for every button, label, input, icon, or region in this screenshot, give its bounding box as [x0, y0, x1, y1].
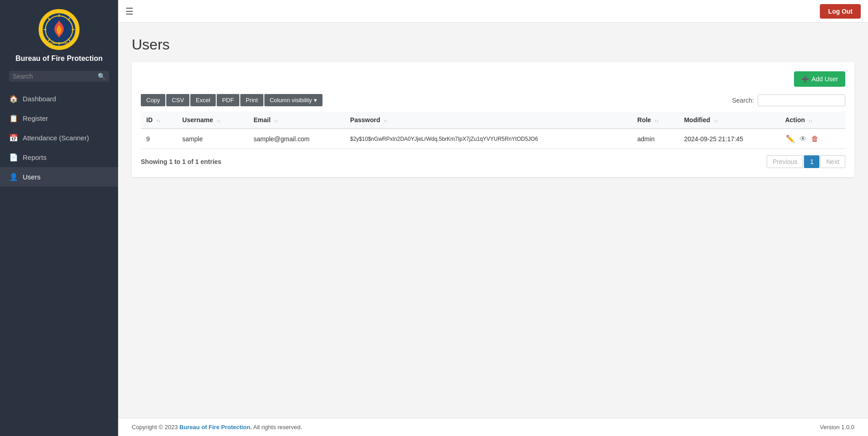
version-number: 1.0.0: [841, 424, 854, 431]
cell-action: ✏️ 👁 🗑: [779, 129, 845, 149]
column-visibility-button[interactable]: Column visibility ▾: [264, 94, 322, 106]
topbar: ☰ Log Out: [118, 0, 868, 23]
search-label: Search:: [732, 97, 754, 104]
to-value: 1: [182, 158, 186, 165]
svg-text:BUREAU OF FIRE: BUREAU OF FIRE: [50, 42, 69, 45]
excel-button[interactable]: Excel: [190, 94, 216, 106]
column-visibility-label: Column visibility: [270, 97, 312, 104]
table-row: 9 sample sample@gmail.com $2y$10$nGwRPxI…: [141, 129, 845, 149]
table-search-area: Search:: [732, 94, 845, 106]
card-toolbar: ➕ Add User: [141, 71, 845, 87]
edit-button[interactable]: ✏️: [785, 134, 796, 144]
cell-id: 9: [141, 129, 177, 149]
sort-role[interactable]: ↑↓: [655, 119, 659, 123]
sort-id[interactable]: ↑↓: [156, 119, 160, 123]
users-table: ID ↑↓ Username ↑↓ Email ↑↓ Password: [141, 112, 845, 149]
previous-button[interactable]: Previous: [767, 155, 803, 168]
col-email: Email ↑↓: [248, 112, 345, 129]
add-user-button[interactable]: ➕ Add User: [794, 71, 845, 87]
sidebar-label-reports: Reports: [23, 154, 47, 161]
sidebar-item-register[interactable]: 📋 Register: [0, 109, 118, 128]
page-content: Users ➕ Add User Copy CSV Excel PDF Prin…: [118, 23, 868, 418]
org-name: Bureau of Fire Protection: [11, 54, 107, 63]
logout-button[interactable]: Log Out: [820, 4, 861, 19]
footer-right: Version 1.0.0: [820, 424, 854, 431]
dt-buttons: Copy CSV Excel PDF Print Column visibili…: [141, 94, 322, 106]
sidebar-label-register: Register: [23, 114, 48, 122]
cell-email: sample@gmail.com: [248, 129, 345, 149]
sidebar-search-box: 🔍: [9, 71, 109, 82]
reports-icon: 📄: [9, 153, 18, 162]
table-search-input[interactable]: [758, 94, 845, 106]
users-card: ➕ Add User Copy CSV Excel PDF Print Colu…: [132, 62, 854, 177]
sidebar-item-users[interactable]: 👤 Users: [0, 167, 118, 187]
footer: Copyright © 2023 Bureau of Fire Protecti…: [118, 418, 868, 436]
hamburger-button[interactable]: ☰: [125, 6, 134, 17]
entries-word: entries: [201, 158, 222, 165]
showing-text: Showing: [141, 158, 167, 165]
pagination-row: Showing 1 to 1 of 1 entries Previous 1 N…: [141, 155, 845, 168]
table-controls: Copy CSV Excel PDF Print Column visibili…: [141, 94, 845, 106]
sidebar-item-dashboard[interactable]: 🏠 Dashboard: [0, 89, 118, 109]
next-button[interactable]: Next: [820, 155, 845, 168]
table-body: 9 sample sample@gmail.com $2y$10$nGwRPxI…: [141, 129, 845, 149]
to-text: to: [174, 158, 182, 165]
sort-modified[interactable]: ↑↓: [714, 119, 718, 123]
from-value: 1: [169, 158, 173, 165]
footer-left: Copyright © 2023 Bureau of Fire Protecti…: [132, 424, 302, 431]
copy-button[interactable]: Copy: [141, 94, 165, 106]
pagination: Previous 1 Next: [767, 155, 845, 168]
print-button[interactable]: Print: [240, 94, 263, 106]
sort-password[interactable]: ↑↓: [384, 119, 388, 123]
cell-password: $2y$10$nGwRPxIn2DA0YJjeLrWdq.5brKm7IpX7j…: [345, 129, 632, 149]
footer-rights: All rights reserved.: [253, 424, 303, 431]
col-username: Username ↑↓: [177, 112, 248, 129]
search-button[interactable]: 🔍: [98, 73, 105, 80]
footer-brand: Bureau of Fire Protection.: [179, 424, 252, 431]
sidebar-item-attendance[interactable]: 📅 Attendance (Scanner): [0, 128, 118, 148]
register-icon: 📋: [9, 114, 18, 123]
users-icon: 👤: [9, 173, 18, 181]
table-header: ID ↑↓ Username ↑↓ Email ↑↓ Password: [141, 112, 845, 129]
sidebar-logo: BUREAU OF FIRE: [39, 9, 79, 50]
col-action: Action ↑↓: [779, 112, 845, 129]
dashboard-icon: 🏠: [9, 94, 18, 103]
view-button[interactable]: 👁: [799, 134, 808, 144]
attendance-icon: 📅: [9, 134, 18, 142]
copyright-text: Copyright © 2023: [132, 424, 178, 431]
of-text: of: [188, 158, 195, 165]
col-modified: Modified ↑↓: [679, 112, 780, 129]
search-input[interactable]: [13, 73, 98, 80]
sidebar-label-attendance: Attendance (Scanner): [23, 134, 89, 142]
col-password: Password ↑↓: [345, 112, 632, 129]
cell-modified: 2024-09-25 21:17:45: [679, 129, 780, 149]
col-role: Role ↑↓: [632, 112, 679, 129]
entries-info: Showing 1 to 1 of 1 entries: [141, 158, 221, 165]
total-value: 1: [195, 158, 199, 165]
sidebar-item-reports[interactable]: 📄 Reports: [0, 148, 118, 167]
page-title: Users: [132, 36, 854, 53]
add-icon: ➕: [801, 75, 809, 83]
add-user-label: Add User: [812, 75, 838, 83]
sort-action[interactable]: ↑↓: [808, 119, 813, 123]
delete-button[interactable]: 🗑: [810, 134, 819, 144]
sidebar: BUREAU OF FIRE Bureau of Fire Protection…: [0, 0, 118, 436]
dropdown-icon: ▾: [314, 97, 317, 104]
csv-button[interactable]: CSV: [166, 94, 189, 106]
page-1-button[interactable]: 1: [804, 155, 819, 168]
sidebar-nav: 🏠 Dashboard 📋 Register 📅 Attendance (Sca…: [0, 89, 118, 187]
sidebar-label-users: Users: [23, 173, 40, 181]
sort-email[interactable]: ↑↓: [274, 119, 278, 123]
col-id: ID ↑↓: [141, 112, 177, 129]
sort-username[interactable]: ↑↓: [217, 119, 221, 123]
sidebar-label-dashboard: Dashboard: [23, 95, 56, 103]
cell-username: sample: [177, 129, 248, 149]
version-label: Version: [820, 424, 839, 431]
main-content: ☰ Log Out Users ➕ Add User Copy CSV Exce…: [118, 0, 868, 436]
pdf-button[interactable]: PDF: [217, 94, 239, 106]
cell-role: admin: [632, 129, 679, 149]
